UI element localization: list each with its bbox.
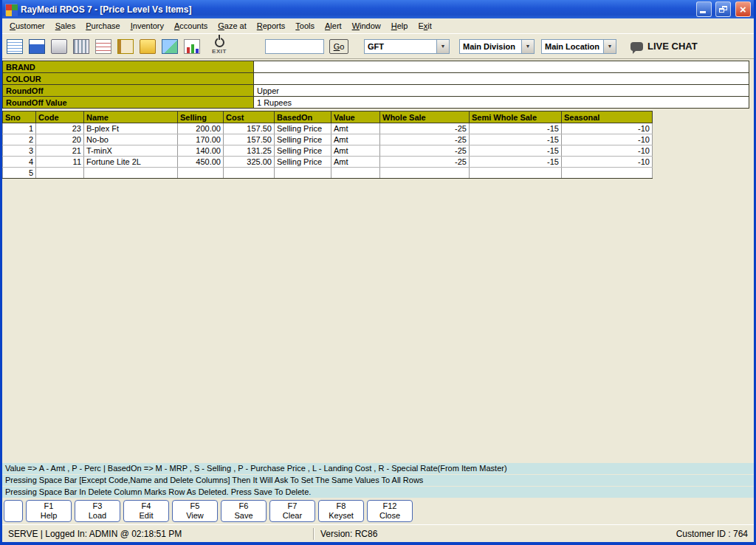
table-cell[interactable]: T-minX <box>84 145 178 157</box>
menu-item-help[interactable]: Help <box>386 18 413 33</box>
table-cell[interactable]: 20 <box>36 134 84 145</box>
menu-item-alert[interactable]: Alert <box>320 18 347 33</box>
table-cell[interactable]: Amt <box>331 134 380 145</box>
close-button[interactable]: × <box>735 1 751 17</box>
table-cell[interactable]: Selling Price <box>275 123 331 134</box>
menu-item-exit[interactable]: Exit <box>413 18 436 33</box>
table-cell[interactable] <box>224 168 275 179</box>
exit-button[interactable]: EXIT <box>207 38 232 55</box>
table-cell[interactable]: -15 <box>470 123 562 134</box>
table-cell[interactable]: 4 <box>3 157 36 168</box>
menu-item-tools[interactable]: Tools <box>290 18 320 33</box>
table-cell[interactable]: 200.00 <box>178 123 224 134</box>
table-cell[interactable]: Fortune Lite 2L <box>84 157 178 168</box>
menu-item-gaze-at[interactable]: Gaze at <box>213 18 252 33</box>
menu-item-sales[interactable]: Sales <box>50 18 81 33</box>
report-icon[interactable] <box>7 39 23 54</box>
company-dropdown[interactable]: GFT ▼ <box>364 39 450 54</box>
table-cell[interactable]: 21 <box>36 145 84 157</box>
form-value[interactable]: Upper <box>254 85 749 97</box>
menu-item-window[interactable]: Window <box>347 18 386 33</box>
table-cell[interactable]: 157.50 <box>224 134 275 145</box>
table-cell[interactable]: 170.00 <box>178 134 224 145</box>
table-cell[interactable]: -10 <box>562 134 653 145</box>
table-cell[interactable]: -15 <box>470 157 562 168</box>
table-cell[interactable] <box>275 168 331 179</box>
form-value[interactable] <box>254 61 749 73</box>
table-cell[interactable]: B-plex Ft <box>84 123 178 134</box>
chevron-down-icon[interactable]: ▼ <box>603 40 616 53</box>
division-dropdown[interactable]: Main Division ▼ <box>459 39 535 54</box>
chart-icon[interactable] <box>184 39 200 54</box>
table-cell[interactable] <box>562 168 653 179</box>
fkey-f1-button[interactable]: F1Help <box>26 500 72 522</box>
fkey-f5-button[interactable]: F5View <box>172 500 218 522</box>
table-cell[interactable]: 2 <box>3 134 36 145</box>
table-cell[interactable] <box>178 168 224 179</box>
table-cell[interactable]: -25 <box>380 134 470 145</box>
fkey-f6-button[interactable]: F6Save <box>221 500 267 522</box>
restore-button[interactable] <box>715 1 731 17</box>
table-cell[interactable]: -10 <box>562 157 653 168</box>
table-cell[interactable]: 23 <box>36 123 84 134</box>
table-cell[interactable]: Amt <box>331 123 380 134</box>
form-value[interactable]: 1 Rupees <box>254 97 749 109</box>
table-cell[interactable] <box>36 168 84 179</box>
fkey-f8-button[interactable]: F8Keyset <box>318 500 364 522</box>
table-cell[interactable]: -25 <box>380 157 470 168</box>
chevron-down-icon[interactable]: ▼ <box>436 40 449 53</box>
image-icon[interactable] <box>162 39 178 54</box>
folder-icon[interactable] <box>140 39 156 54</box>
fkey-f4-button[interactable]: F4Edit <box>123 500 169 522</box>
table-cell[interactable]: 3 <box>3 145 36 157</box>
toolbar-search-input[interactable] <box>265 39 324 54</box>
table-cell[interactable]: No-bo <box>84 134 178 145</box>
menu-item-customer[interactable]: Customer <box>4 18 50 33</box>
fkey-f7-button[interactable]: F7Clear <box>269 500 315 522</box>
table-cell[interactable]: -25 <box>380 145 470 157</box>
table-cell[interactable]: 325.00 <box>224 157 275 168</box>
table-cell[interactable]: -10 <box>562 123 653 134</box>
print-icon[interactable] <box>51 39 67 54</box>
fkey-blank-button[interactable] <box>4 500 23 522</box>
save-icon[interactable] <box>29 39 45 54</box>
go-button[interactable]: Go <box>329 39 348 54</box>
table-cell[interactable] <box>470 168 562 179</box>
keyboard-icon[interactable] <box>73 39 89 54</box>
table-cell[interactable]: Amt <box>331 145 380 157</box>
app-icon[interactable] <box>5 4 17 16</box>
table-cell[interactable]: Selling Price <box>275 145 331 157</box>
menu-item-inventory[interactable]: Inventory <box>126 18 169 33</box>
table-cell[interactable] <box>331 168 380 179</box>
table-cell[interactable]: 11 <box>36 157 84 168</box>
table-cell[interactable]: -15 <box>470 145 562 157</box>
table-cell[interactable] <box>380 168 470 179</box>
menu-item-accounts[interactable]: Accounts <box>169 18 213 33</box>
table-cell[interactable]: Selling Price <box>275 134 331 145</box>
notes-icon[interactable] <box>95 39 111 54</box>
location-dropdown[interactable]: Main Location ▼ <box>541 39 616 54</box>
menu-item-reports[interactable]: Reports <box>252 18 291 33</box>
minimize-button[interactable] <box>696 1 712 17</box>
table-cell[interactable]: Amt <box>331 157 380 168</box>
table-cell[interactable]: 157.50 <box>224 123 275 134</box>
table-cell[interactable]: Selling Price <box>275 157 331 168</box>
chevron-down-icon[interactable]: ▼ <box>521 40 534 53</box>
table-cell[interactable] <box>84 168 178 179</box>
form-value[interactable] <box>254 73 749 85</box>
table-cell[interactable]: -10 <box>562 145 653 157</box>
column-header: Seasonal <box>562 112 653 123</box>
table-cell[interactable]: -25 <box>380 123 470 134</box>
fkey-f12-button[interactable]: F12Close <box>367 500 413 522</box>
table-cell[interactable]: -15 <box>470 134 562 145</box>
ledger-icon[interactable] <box>117 39 134 54</box>
table-cell[interactable]: 5 <box>3 168 36 179</box>
fkey-action-label: Clear <box>283 511 302 521</box>
table-cell[interactable]: 140.00 <box>178 145 224 157</box>
fkey-f3-button[interactable]: F3Load <box>75 500 120 522</box>
menu-item-purchase[interactable]: Purchase <box>80 18 125 33</box>
table-cell[interactable]: 1 <box>3 123 36 134</box>
live-chat-button[interactable]: LIVE CHAT <box>630 41 698 52</box>
table-cell[interactable]: 450.00 <box>178 157 224 168</box>
table-cell[interactable]: 131.25 <box>224 145 275 157</box>
